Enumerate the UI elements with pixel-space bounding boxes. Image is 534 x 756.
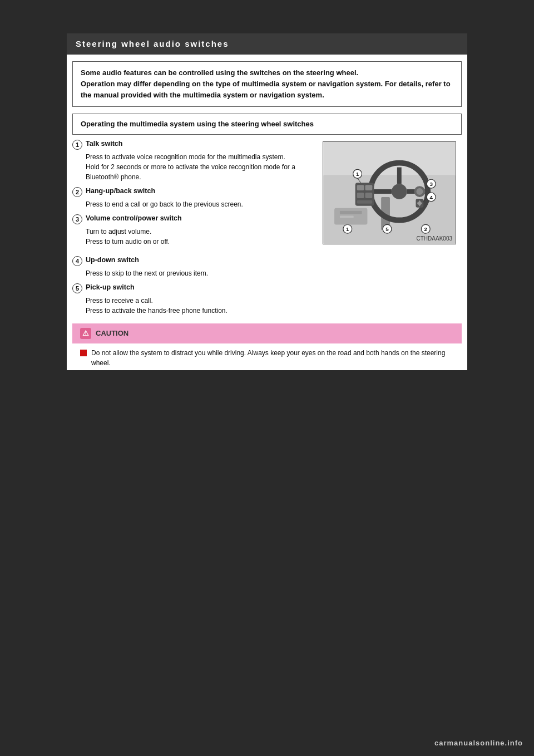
item-5-number: 5 (72, 283, 82, 293)
item-row: 5 Pick-up switch Press to receive a call… (72, 283, 462, 316)
sub-section-header: Operating the multimedia system using th… (72, 114, 462, 135)
section-header: Steering wheel audio switches (67, 33, 467, 55)
item-5-header: 5 Pick-up switch (72, 283, 462, 293)
item-2-title: Hang-up/back switch (86, 186, 155, 197)
caution-bullet: Do not allow the system to distract you … (80, 348, 454, 368)
caution-body: Do not allow the system to distract you … (72, 343, 462, 370)
page: Steering wheel audio switches Some audio… (0, 0, 534, 756)
main-content: 1 Talk switch Press to activate voice re… (72, 139, 462, 251)
caution-text: Do not allow the system to distract you … (91, 348, 454, 368)
item-row: 2 Hang-up/back switch Press to end a cal… (72, 186, 312, 209)
svg-text:3: 3 (429, 181, 433, 187)
content-area: Steering wheel audio switches Some audio… (67, 33, 467, 370)
diagram-area: 1 2 3 4 (317, 139, 462, 251)
note-text: Some audio features can be controlled us… (81, 67, 453, 101)
item-row: 3 Volume control/power switch Turn to ad… (72, 214, 312, 247)
item-2-header: 2 Hang-up/back switch (72, 186, 312, 197)
items-list: 1 Talk switch Press to activate voice re… (72, 139, 317, 251)
diagram-label: CTHDAAK003 (417, 235, 452, 242)
item-row: 4 Up-down switch Press to skip to the ne… (72, 256, 462, 278)
svg-text:1: 1 (356, 171, 359, 177)
full-content: 4 Up-down switch Press to skip to the ne… (72, 256, 462, 316)
svg-text:1: 1 (346, 226, 349, 232)
section-header-text: Steering wheel audio switches (76, 39, 229, 48)
brand-logo-text: carmanualsonline.info (434, 739, 523, 747)
item-2-number: 2 (72, 187, 82, 197)
item-4-title: Up-down switch (86, 256, 139, 266)
svg-rect-35 (340, 211, 362, 214)
svg-text:4: 4 (429, 194, 433, 200)
caution-header: ⚠ CAUTION (72, 323, 462, 343)
svg-rect-11 (357, 193, 364, 198)
item-3-title: Volume control/power switch (86, 214, 182, 224)
item-4-header: 4 Up-down switch (72, 256, 462, 266)
svg-rect-10 (365, 185, 372, 190)
item-3-header: 3 Volume control/power switch (72, 214, 312, 224)
steering-svg: 1 2 3 4 (323, 142, 456, 244)
item-5-desc: Press to receive a call. Press to activa… (86, 296, 462, 316)
item-3-number: 3 (72, 214, 82, 224)
caution-icon: ⚠ (80, 328, 91, 339)
bottom-branding: carmanualsonline.info (434, 739, 523, 747)
item-1-number: 1 (72, 140, 82, 150)
item-5-title: Pick-up switch (86, 283, 135, 293)
svg-text:2: 2 (424, 226, 428, 232)
item-1-desc: Press to activate voice recognition mode… (86, 152, 312, 182)
item-4-number: 4 (72, 256, 82, 266)
svg-rect-9 (357, 185, 364, 190)
caution-bullet-icon (80, 350, 87, 356)
item-1-title: Talk switch (86, 139, 122, 149)
item-3-desc: Turn to adjust volume. Press to turn aud… (86, 227, 312, 247)
sub-section-header-text: Operating the multimedia system using th… (81, 119, 453, 130)
svg-rect-36 (340, 215, 354, 218)
note-box: Some audio features can be controlled us… (72, 61, 462, 107)
caution-label: CAUTION (96, 329, 128, 337)
item-1-header: 1 Talk switch (72, 139, 312, 150)
diagram-box: 1 2 3 4 (323, 141, 456, 244)
caution-section: ⚠ CAUTION Do not allow the system to dis… (72, 323, 462, 370)
svg-point-4 (392, 184, 407, 199)
svg-rect-12 (365, 193, 372, 198)
svg-point-15 (416, 188, 423, 195)
svg-text:5: 5 (385, 226, 389, 232)
item-2-desc: Press to end a call or go back to the pr… (86, 199, 312, 209)
svg-rect-13 (357, 200, 373, 204)
item-4-desc: Press to skip to the next or previous it… (86, 268, 462, 278)
item-row: 1 Talk switch Press to activate voice re… (72, 139, 312, 182)
